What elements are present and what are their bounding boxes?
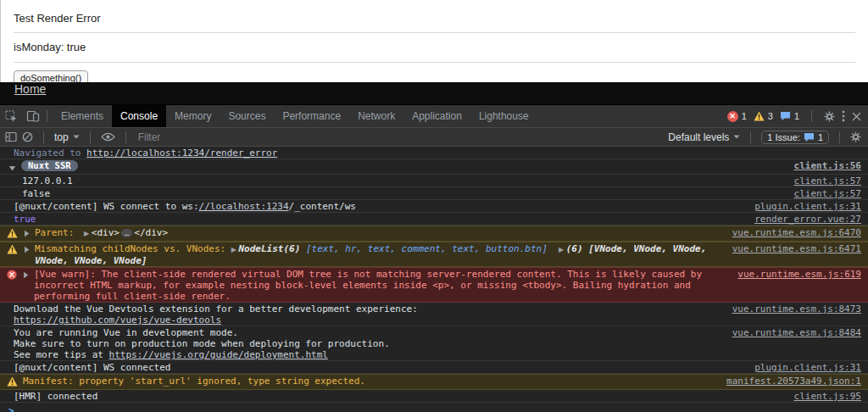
console-row: [HMR] connectedclient.js:95 [0, 390, 868, 403]
disclosure-triangle[interactable] [23, 270, 29, 281]
source-link[interactable]: vue.runtime.esm.js:8473 [719, 303, 861, 315]
home-link[interactable]: Home [14, 82, 46, 96]
separator [811, 110, 812, 122]
console-message: false [22, 188, 781, 199]
console-message: Mismatching childNodes vs. VNodes: ▶ Nod… [35, 243, 719, 266]
warning-icon [754, 111, 765, 121]
devtools-panel: ElementsConsoleMemorySourcesPerformanceN… [0, 104, 868, 412]
console-row: Navigated to http://localhost:1234/rende… [0, 147, 868, 159]
console-row: [Vue warn]: The client-side rendered vir… [0, 267, 868, 303]
console-text: /_content/ws [289, 201, 356, 212]
console-text: ▶ [559, 246, 566, 253]
more-options-icon[interactable] [842, 110, 845, 122]
console-row: Download the Vue Devtools extension for … [0, 303, 868, 326]
console-row: falseclient.js:57 [0, 187, 868, 200]
tab-memory[interactable]: Memory [166, 105, 220, 127]
console-message: Nuxt SSR [21, 160, 781, 171]
separator [750, 131, 751, 143]
console-log: Navigated to http://localhost:1234/rende… [0, 147, 868, 412]
console-row: Parent: ▶ <div>…</div>vue.runtime.esm.js… [0, 225, 868, 242]
console-text: </div> [134, 227, 168, 238]
console-link[interactable]: //localhost:1234 [199, 201, 289, 212]
source-link[interactable]: plugin.client.js:31 [741, 362, 861, 373]
console-link[interactable]: https://vuejs.org/guide/deployment.html [109, 349, 328, 360]
source-link[interactable]: manifest.20573a49.json:1 [713, 376, 861, 387]
tab-lighthouse[interactable]: Lighthouse [470, 105, 537, 127]
disclosure-triangle[interactable] [8, 163, 16, 174]
live-expression-eye-icon[interactable] [101, 132, 115, 142]
separator [47, 110, 47, 122]
console-row: You are running Vue in development mode.… [0, 326, 868, 361]
console-settings-gear-icon[interactable] [850, 131, 861, 142]
ismonday-text: isMonday: true [14, 33, 855, 62]
app-footer-region: Home [0, 82, 868, 104]
inspect-element-icon[interactable] [5, 110, 18, 123]
console-message: [Vue warn]: The client-side rendered vir… [34, 269, 724, 302]
separator [125, 131, 126, 143]
source-link[interactable]: render_error.vue:27 [741, 214, 861, 225]
console-row: 127.0.0.1client.js:57 [0, 175, 868, 187]
clear-console-icon[interactable] [22, 131, 33, 142]
console-text: Parent: [35, 227, 80, 238]
issues-badge[interactable]: 1 Issue: 1 [761, 131, 829, 144]
divider [14, 62, 855, 63]
message-count-badge[interactable]: 1 [780, 111, 799, 121]
console-link[interactable]: https://github.com/vuejs/vue-devtools [14, 315, 221, 326]
warning-icon [7, 376, 18, 389]
source-link[interactable]: vue.runtime.esm.js:619 [724, 269, 861, 280]
tab-application[interactable]: Application [403, 105, 470, 127]
console-text: [@nuxt/content] WS connected [14, 362, 170, 373]
source-link[interactable]: plugin.client.js:31 [741, 201, 861, 212]
nuxt-ssr-badge[interactable]: Nuxt SSR [21, 160, 78, 171]
tab-elements[interactable]: Elements [53, 105, 112, 127]
source-link[interactable]: vue.runtime.esm.js:8484 [719, 327, 861, 338]
source-link[interactable]: client.js:56 [781, 160, 861, 171]
disclosure-triangle[interactable] [24, 245, 30, 256]
console-row: Nuxt SSRclient.js:56 [0, 159, 868, 175]
console-text: [text, hr, text, comment, text, button.b… [306, 243, 548, 254]
separator [839, 131, 840, 143]
console-text: Mismatching childNodes vs. VNodes: [35, 243, 231, 254]
console-message: You are running Vue in development mode.… [14, 327, 719, 360]
close-devtools-icon[interactable] [852, 112, 861, 121]
console-message: true [14, 214, 741, 225]
source-link[interactable]: vue.runtime.esm.js:6471 [719, 243, 861, 254]
devtools-tabbar: ElementsConsoleMemorySourcesPerformanceN… [0, 105, 868, 128]
device-toolbar-icon[interactable] [26, 110, 40, 122]
console-row: [@nuxt/content] WS connect to ws://local… [0, 200, 868, 213]
console-text [548, 243, 559, 254]
context-selector[interactable]: top [54, 131, 80, 143]
source-link[interactable]: client.js:95 [781, 391, 861, 402]
console-message: Download the Vue Devtools extension for … [14, 303, 719, 326]
filter-input[interactable] [136, 131, 664, 144]
console-text: false [22, 188, 50, 199]
expand-ellipsis-button[interactable]: … [121, 229, 132, 237]
source-link[interactable]: client.js:57 [781, 188, 861, 199]
tab-console[interactable]: Console [112, 105, 166, 127]
console-message: [HMR] connected [14, 391, 781, 402]
disclosure-triangle[interactable] [24, 229, 30, 240]
warning-count-badge[interactable]: 3 [754, 111, 773, 121]
console-message: [@nuxt/content] WS connect to ws://local… [14, 201, 741, 212]
console-message: Parent: ▶ <div>…</div> [35, 227, 719, 239]
log-levels-selector[interactable]: Default levels [668, 131, 740, 143]
console-text: [HMR] connected [14, 391, 97, 402]
warning-icon [7, 228, 18, 241]
tab-performance[interactable]: Performance [274, 105, 349, 127]
message-bubble-icon [780, 111, 791, 121]
message-bubble-icon [804, 132, 815, 142]
source-link[interactable]: client.js:57 [781, 175, 861, 187]
console-sidebar-icon[interactable] [5, 131, 17, 142]
error-count-badge[interactable]: ✕ 1 [727, 111, 747, 122]
settings-gear-icon[interactable] [824, 111, 835, 122]
console-link[interactable]: http://localhost:1234/render_error [86, 148, 277, 159]
console-text: NodeList(6) [239, 243, 306, 254]
chevron-down-icon [73, 135, 80, 139]
console-row: Manifest: property 'start_url' ignored, … [0, 374, 868, 390]
page-content: Test Render Error isMonday: true doSomet… [0, 0, 868, 82]
source-link[interactable]: vue.runtime.esm.js:6470 [719, 227, 861, 238]
tab-sources[interactable]: Sources [220, 105, 274, 127]
tab-network[interactable]: Network [349, 105, 403, 127]
chevron-down-icon [733, 135, 740, 139]
console-text: ▶ [80, 230, 92, 237]
